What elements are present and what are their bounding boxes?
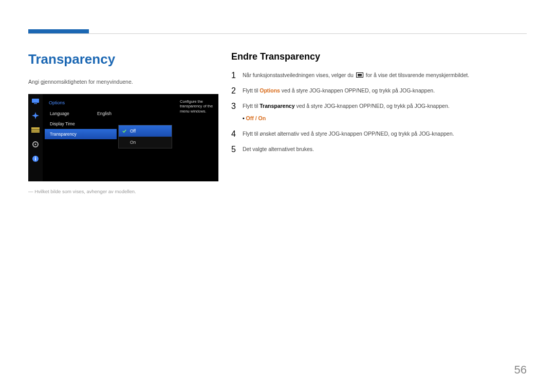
tv-icon bbox=[28, 94, 43, 108]
page-number: 56 bbox=[514, 363, 527, 377]
step-2: 2 Flytt til Options ved å styre JOG-knap… bbox=[231, 87, 527, 95]
step-text-part: Flytt til bbox=[243, 103, 260, 109]
step-text-part: ved å styre JOG-knappen OPP/NED, og tryk… bbox=[295, 103, 450, 109]
step-number: 3 bbox=[231, 102, 243, 110]
list-icon bbox=[28, 123, 43, 137]
step-text: Det valgte alternativet brukes. bbox=[243, 145, 314, 154]
right-column: Endre Transparency 1 Når funksjonstastve… bbox=[231, 51, 527, 161]
page-section-title: Transparency bbox=[28, 51, 218, 67]
step-text-part: Når funksjonstastveiledningen vises, vel… bbox=[243, 72, 355, 78]
svg-rect-8 bbox=[35, 158, 36, 161]
osd-submenu-label: On bbox=[130, 140, 136, 145]
step-text: Flytt til ønsket alternativ ved å styre … bbox=[243, 130, 454, 138]
osd-submenu-on: On bbox=[119, 137, 172, 148]
step-3: 3 Flytt til Transparency ved å styre JOG… bbox=[231, 102, 527, 123]
step-number: 2 bbox=[231, 87, 243, 95]
info-icon bbox=[28, 152, 43, 166]
header-accent bbox=[28, 29, 89, 33]
osd-tooltip: Configure the transparency of the menu w… bbox=[178, 97, 216, 116]
sparkle-icon bbox=[28, 108, 43, 123]
gear-icon bbox=[28, 137, 43, 152]
step-number: 5 bbox=[231, 145, 243, 154]
svg-rect-1 bbox=[34, 103, 37, 104]
step-number: 4 bbox=[231, 130, 243, 138]
svg-rect-3 bbox=[31, 129, 40, 131]
osd-row-transparency: Transparency bbox=[45, 129, 117, 139]
svg-point-9 bbox=[35, 157, 36, 158]
osd-submenu-off: Off bbox=[119, 125, 172, 137]
step-5: 5 Det valgte alternativet brukes. bbox=[231, 145, 527, 154]
steps-list: 1 Når funksjonstastveiledningen vises, v… bbox=[231, 71, 527, 154]
svg-rect-2 bbox=[31, 127, 40, 129]
step-4: 4 Flytt til ønsket alternativ ved å styr… bbox=[231, 130, 527, 138]
osd-preview: Options Language English Display Time Tr… bbox=[28, 94, 218, 181]
instructions-heading: Endre Transparency bbox=[231, 51, 527, 62]
lead-text: Angi gjennomsiktigheten for menyvinduene… bbox=[28, 79, 218, 85]
step-bullet-text: Off / On bbox=[246, 115, 266, 121]
step-1: 1 Når funksjonstastveiledningen vises, v… bbox=[231, 71, 527, 80]
svg-rect-4 bbox=[31, 132, 40, 133]
step-text-part: Flytt til bbox=[243, 87, 260, 94]
footnote: Hvilket bilde som vises, avhenger av mod… bbox=[28, 189, 218, 194]
step-text-part: ved å styre JOG-knappen OPP/NED, og tryk… bbox=[280, 87, 435, 94]
check-icon bbox=[122, 129, 126, 133]
step-text: Flytt til Options ved å styre JOG-knappe… bbox=[243, 87, 435, 95]
left-column: Transparency Angi gjennomsiktigheten for… bbox=[28, 51, 218, 194]
menu-icon bbox=[356, 72, 363, 78]
step-text: Når funksjonstastveiledningen vises, vel… bbox=[243, 71, 469, 80]
osd-row-label: Transparency bbox=[50, 132, 77, 137]
step-bullet: Off / On bbox=[243, 115, 450, 123]
osd-row-value: English bbox=[97, 111, 112, 116]
step-text: Flytt til Transparency ved å styre JOG-k… bbox=[243, 102, 450, 123]
osd-row-displaytime: Display Time bbox=[45, 119, 117, 129]
step-text-bold: Transparency bbox=[260, 103, 294, 109]
osd-submenu: Off On bbox=[118, 125, 172, 148]
svg-rect-0 bbox=[32, 99, 39, 103]
osd-nav-rail bbox=[28, 94, 43, 181]
step-text-highlight: Options bbox=[260, 87, 280, 94]
header-rule bbox=[28, 33, 527, 34]
osd-row-label: Display Time bbox=[50, 121, 75, 126]
osd-panel-title: Options bbox=[45, 97, 117, 108]
osd-row-language: Language English bbox=[45, 108, 117, 119]
step-text-part: for å vise det tilsvarende menyskjermbil… bbox=[364, 72, 469, 78]
osd-main-panel: Options Language English Display Time Tr… bbox=[45, 97, 117, 139]
svg-point-6 bbox=[35, 144, 36, 145]
osd-submenu-label: Off bbox=[130, 128, 136, 134]
osd-row-label: Language bbox=[50, 111, 69, 116]
step-number: 1 bbox=[231, 71, 243, 80]
